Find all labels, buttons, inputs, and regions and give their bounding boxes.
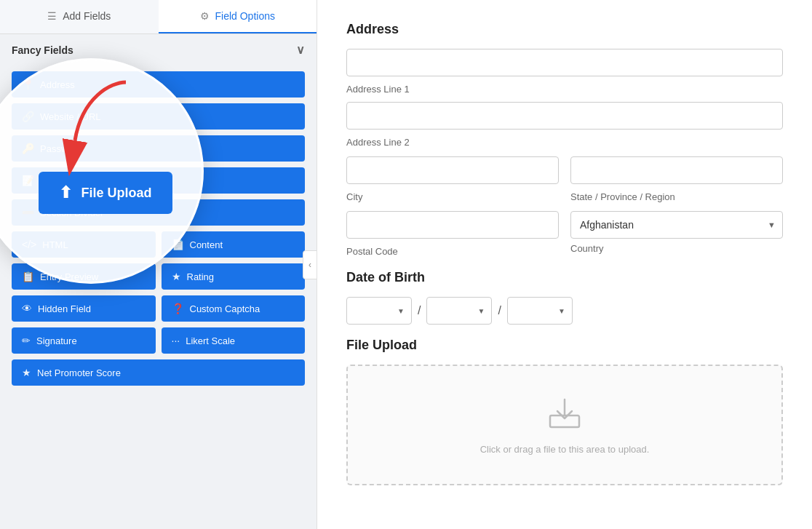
dob-month-wrapper — [346, 297, 412, 325]
hidden-field-button[interactable]: 👁 Hidden Field — [12, 295, 156, 322]
rating-label: Rating — [187, 271, 215, 282]
field-row-9: ✏ Signature ··· Likert Scale — [12, 327, 305, 354]
arrow-indicator — [39, 68, 155, 184]
entry-preview-icon: 📋 — [22, 271, 34, 282]
dob-row: / / — [346, 297, 783, 325]
file-upload-large-label: File Upload — [81, 186, 151, 201]
nps-icon: ★ — [22, 367, 31, 378]
fancy-fields-label: Fancy Fields — [12, 44, 73, 56]
country-select[interactable]: Afghanistan Albania Algeria — [570, 211, 783, 239]
collapse-panel-button[interactable]: ‹ — [303, 250, 317, 279]
fancy-fields-header: Fancy Fields ∨ — [0, 34, 317, 65]
left-panel: ☰ Add Fields ⚙ Field Options Fancy Field… — [0, 0, 317, 529]
state-col: State / Province / Region — [570, 156, 783, 202]
nps-label: Net Promoter Score — [37, 367, 121, 378]
file-upload-hint: Click or drag a file to this area to upl… — [362, 444, 767, 455]
address-title: Address — [346, 22, 783, 37]
captcha-button[interactable]: ❓ Custom Captcha — [162, 295, 306, 322]
dob-sep-2: / — [498, 304, 501, 317]
likert-label: Likert Scale — [186, 335, 235, 346]
upload-area-icon — [362, 395, 767, 437]
content-label: Content — [190, 239, 223, 250]
address-line1-label: Address Line 1 — [346, 84, 783, 95]
likert-button[interactable]: ··· Likert Scale — [162, 327, 306, 354]
city-label: City — [346, 191, 559, 202]
captcha-label: Custom Captcha — [190, 303, 260, 314]
hidden-icon: 👁 — [22, 303, 32, 314]
dob-year-wrapper — [507, 297, 573, 325]
file-upload-section: File Upload Click or drag a file to this… — [346, 338, 783, 485]
address-line2-label: Address Line 2 — [346, 137, 783, 148]
grid-icon: ☰ — [47, 10, 57, 22]
file-upload-title: File Upload — [346, 338, 783, 353]
tab-add-fields-label: Add Fields — [63, 10, 111, 22]
likert-icon: ··· — [172, 335, 180, 346]
field-row-8: 👁 Hidden Field ❓ Custom Captcha — [12, 295, 305, 322]
tab-field-options-label: Field Options — [215, 10, 275, 22]
collapse-icon[interactable]: ∨ — [296, 43, 305, 57]
city-col: City — [346, 156, 559, 202]
postal-input[interactable] — [346, 211, 559, 239]
hidden-label: Hidden Field — [38, 303, 91, 314]
dob-year-select[interactable] — [507, 297, 573, 325]
dob-title: Date of Birth — [346, 270, 783, 285]
country-label: Country — [570, 243, 783, 254]
tab-field-options[interactable]: ⚙ Field Options — [159, 0, 317, 33]
tabs-bar: ☰ Add Fields ⚙ Field Options — [0, 0, 317, 34]
file-upload-area[interactable]: Click or drag a file to this area to upl… — [346, 365, 783, 485]
state-label: State / Province / Region — [570, 191, 783, 202]
rating-icon: ★ — [172, 271, 181, 282]
field-row-10: ★ Net Promoter Score — [12, 359, 305, 386]
address-line2-input[interactable] — [346, 102, 783, 130]
state-input[interactable] — [570, 156, 783, 184]
signature-label: Signature — [36, 335, 77, 346]
dob-month-select[interactable] — [346, 297, 412, 325]
dob-sep-1: / — [418, 304, 421, 317]
address-line1-input[interactable] — [346, 49, 783, 76]
country-col: Afghanistan Albania Algeria Country — [570, 211, 783, 257]
chevron-left-icon: ‹ — [309, 260, 311, 270]
city-input[interactable] — [346, 156, 559, 184]
dob-day-select[interactable] — [426, 297, 492, 325]
captcha-icon: ❓ — [172, 303, 184, 314]
upload-large-icon: ⬆ — [59, 183, 72, 202]
rating-button[interactable]: ★ Rating — [162, 263, 306, 290]
postal-label: Postal Code — [346, 246, 559, 257]
nps-button[interactable]: ★ Net Promoter Score — [12, 359, 305, 386]
dob-section: Date of Birth / / — [346, 270, 783, 325]
dob-day-wrapper — [426, 297, 492, 325]
settings-icon: ⚙ — [200, 10, 210, 22]
tab-add-fields[interactable]: ☰ Add Fields — [0, 0, 159, 33]
right-panel: Address Address Line 1 Address Line 2 Ci… — [317, 0, 812, 529]
signature-button[interactable]: ✏ Signature — [12, 327, 156, 354]
address-section: Address Address Line 1 Address Line 2 Ci… — [346, 22, 783, 257]
postal-col: Postal Code — [346, 211, 559, 257]
signature-icon: ✏ — [22, 335, 31, 346]
